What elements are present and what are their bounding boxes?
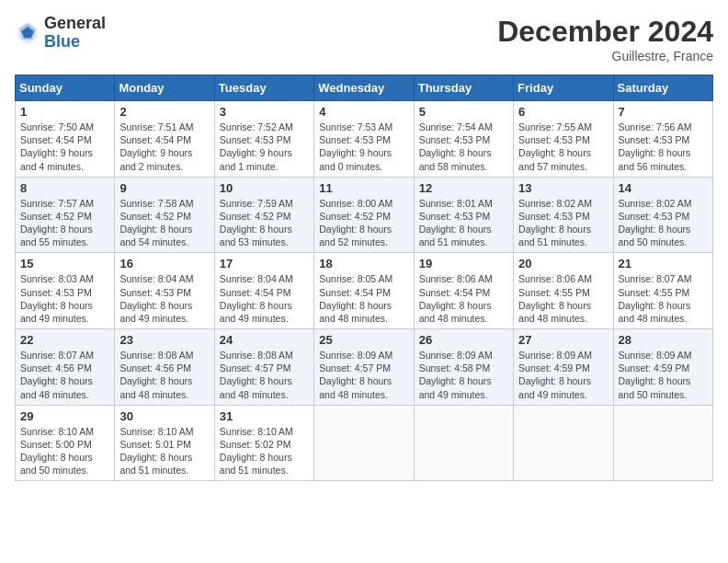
day-info: Sunrise: 8:08 AM Sunset: 4:57 PM Dayligh… [220, 349, 309, 401]
calendar-cell: 2Sunrise: 7:51 AM Sunset: 4:54 PM Daylig… [115, 101, 214, 178]
day-info: Sunrise: 8:10 AM Sunset: 5:00 PM Dayligh… [20, 425, 109, 477]
calendar-cell: 19Sunrise: 8:06 AM Sunset: 4:54 PM Dayli… [414, 253, 513, 329]
calendar-cell: 18Sunrise: 8:05 AM Sunset: 4:54 PM Dayli… [314, 253, 414, 329]
calendar-cell: 22Sunrise: 8:07 AM Sunset: 4:56 PM Dayli… [16, 329, 115, 406]
calendar-cell: 3Sunrise: 7:52 AM Sunset: 4:53 PM Daylig… [214, 101, 313, 178]
calendar-day-header: Sunday [16, 75, 115, 101]
day-number: 18 [319, 257, 408, 270]
day-info: Sunrise: 7:55 AM Sunset: 4:53 PM Dayligh… [518, 121, 608, 173]
calendar-cell [314, 405, 414, 481]
day-number: 17 [220, 257, 309, 270]
day-number: 21 [619, 257, 708, 270]
calendar-cell: 17Sunrise: 8:04 AM Sunset: 4:54 PM Dayli… [214, 253, 313, 329]
calendar-cell: 6Sunrise: 7:55 AM Sunset: 4:53 PM Daylig… [514, 101, 613, 178]
day-number: 23 [119, 333, 209, 347]
location-subtitle: Guillestre, France [497, 49, 713, 63]
calendar-day-header: Friday [514, 75, 613, 101]
day-number: 5 [419, 105, 508, 119]
day-info: Sunrise: 8:07 AM Sunset: 4:55 PM Dayligh… [619, 272, 708, 325]
day-info: Sunrise: 8:01 AM Sunset: 4:53 PM Dayligh… [419, 197, 508, 249]
calendar-cell: 12Sunrise: 8:01 AM Sunset: 4:53 PM Dayli… [414, 177, 513, 253]
day-info: Sunrise: 8:09 AM Sunset: 4:59 PM Dayligh… [619, 349, 708, 401]
day-info: Sunrise: 8:10 AM Sunset: 5:02 PM Dayligh… [220, 425, 309, 477]
calendar-cell: 28Sunrise: 8:09 AM Sunset: 4:59 PM Dayli… [613, 329, 712, 406]
day-info: Sunrise: 8:06 AM Sunset: 4:54 PM Dayligh… [419, 272, 508, 325]
day-info: Sunrise: 8:00 AM Sunset: 4:52 PM Dayligh… [319, 197, 408, 249]
calendar-week-row: 22Sunrise: 8:07 AM Sunset: 4:56 PM Dayli… [16, 329, 713, 406]
day-number: 10 [220, 181, 309, 195]
day-info: Sunrise: 7:51 AM Sunset: 4:54 PM Dayligh… [119, 121, 209, 173]
day-number: 7 [619, 105, 708, 119]
day-info: Sunrise: 8:04 AM Sunset: 4:54 PM Dayligh… [220, 272, 309, 325]
calendar-week-row: 29Sunrise: 8:10 AM Sunset: 5:00 PM Dayli… [16, 405, 713, 481]
day-info: Sunrise: 7:53 AM Sunset: 4:53 PM Dayligh… [319, 121, 408, 173]
day-number: 3 [220, 105, 309, 119]
day-info: Sunrise: 8:09 AM Sunset: 4:59 PM Dayligh… [518, 349, 608, 401]
day-number: 14 [619, 181, 708, 195]
calendar-cell: 15Sunrise: 8:03 AM Sunset: 4:53 PM Dayli… [16, 253, 115, 329]
day-number: 15 [20, 257, 109, 270]
calendar-cell [613, 405, 712, 481]
calendar-cell: 30Sunrise: 8:10 AM Sunset: 5:01 PM Dayli… [115, 405, 214, 481]
day-number: 30 [119, 409, 209, 423]
calendar-week-row: 8Sunrise: 7:57 AM Sunset: 4:52 PM Daylig… [16, 177, 713, 253]
calendar-cell: 24Sunrise: 8:08 AM Sunset: 4:57 PM Dayli… [214, 329, 313, 406]
calendar-day-header: Wednesday [314, 75, 414, 101]
day-number: 28 [619, 333, 708, 347]
calendar-cell: 14Sunrise: 8:02 AM Sunset: 4:53 PM Dayli… [613, 177, 712, 253]
day-number: 20 [518, 257, 608, 270]
calendar-cell: 7Sunrise: 7:56 AM Sunset: 4:53 PM Daylig… [613, 101, 712, 178]
day-info: Sunrise: 8:02 AM Sunset: 4:53 PM Dayligh… [518, 197, 608, 249]
calendar-cell: 20Sunrise: 8:06 AM Sunset: 4:55 PM Dayli… [514, 253, 613, 329]
day-number: 24 [220, 333, 309, 347]
calendar-cell: 10Sunrise: 7:59 AM Sunset: 4:52 PM Dayli… [214, 177, 313, 253]
calendar-cell: 13Sunrise: 8:02 AM Sunset: 4:53 PM Dayli… [514, 177, 613, 253]
day-number: 12 [419, 181, 508, 195]
calendar-cell: 23Sunrise: 8:08 AM Sunset: 4:56 PM Dayli… [115, 329, 214, 406]
day-info: Sunrise: 7:59 AM Sunset: 4:52 PM Dayligh… [220, 197, 309, 249]
day-info: Sunrise: 7:57 AM Sunset: 4:52 PM Dayligh… [20, 197, 109, 249]
title-section: December 2024 Guillestre, France [497, 15, 713, 63]
day-info: Sunrise: 8:09 AM Sunset: 4:57 PM Dayligh… [319, 349, 408, 401]
logo: General Blue [15, 15, 106, 52]
calendar-header-row: SundayMondayTuesdayWednesdayThursdayFrid… [16, 75, 713, 101]
calendar-day-header: Thursday [414, 75, 513, 101]
day-number: 11 [319, 181, 408, 195]
calendar-table: SundayMondayTuesdayWednesdayThursdayFrid… [15, 75, 713, 481]
calendar-cell: 29Sunrise: 8:10 AM Sunset: 5:00 PM Dayli… [16, 405, 115, 481]
day-number: 1 [20, 105, 109, 119]
calendar-week-row: 15Sunrise: 8:03 AM Sunset: 4:53 PM Dayli… [16, 253, 713, 329]
calendar-cell: 16Sunrise: 8:04 AM Sunset: 4:53 PM Dayli… [115, 253, 214, 329]
day-number: 9 [119, 181, 209, 195]
day-number: 13 [518, 181, 608, 195]
day-number: 2 [119, 105, 209, 119]
calendar-cell: 11Sunrise: 8:00 AM Sunset: 4:52 PM Dayli… [314, 177, 414, 253]
day-info: Sunrise: 8:02 AM Sunset: 4:53 PM Dayligh… [619, 197, 708, 249]
calendar-cell: 21Sunrise: 8:07 AM Sunset: 4:55 PM Dayli… [613, 253, 712, 329]
day-number: 16 [119, 257, 209, 270]
day-number: 8 [20, 181, 109, 195]
day-number: 4 [319, 105, 408, 119]
calendar-cell: 25Sunrise: 8:09 AM Sunset: 4:57 PM Dayli… [314, 329, 414, 406]
logo-general-text: General [44, 15, 106, 33]
page-header: General Blue December 2024 Guillestre, F… [15, 15, 713, 63]
day-number: 26 [419, 333, 508, 347]
day-info: Sunrise: 8:06 AM Sunset: 4:55 PM Dayligh… [518, 272, 608, 325]
calendar-cell: 4Sunrise: 7:53 AM Sunset: 4:53 PM Daylig… [314, 101, 414, 178]
day-info: Sunrise: 8:09 AM Sunset: 4:58 PM Dayligh… [419, 349, 508, 401]
calendar-cell: 26Sunrise: 8:09 AM Sunset: 4:58 PM Dayli… [414, 329, 513, 406]
day-info: Sunrise: 7:56 AM Sunset: 4:53 PM Dayligh… [619, 121, 708, 173]
calendar-cell: 5Sunrise: 7:54 AM Sunset: 4:53 PM Daylig… [414, 101, 513, 178]
logo-text: General Blue [44, 15, 106, 52]
day-number: 19 [419, 257, 508, 270]
calendar-cell: 31Sunrise: 8:10 AM Sunset: 5:02 PM Dayli… [214, 405, 313, 481]
calendar-day-header: Tuesday [214, 75, 313, 101]
day-number: 27 [518, 333, 608, 347]
day-info: Sunrise: 8:04 AM Sunset: 4:53 PM Dayligh… [119, 272, 209, 325]
day-number: 25 [319, 333, 408, 347]
day-info: Sunrise: 8:05 AM Sunset: 4:54 PM Dayligh… [319, 272, 408, 325]
calendar-cell: 1Sunrise: 7:50 AM Sunset: 4:54 PM Daylig… [16, 101, 115, 178]
calendar-week-row: 1Sunrise: 7:50 AM Sunset: 4:54 PM Daylig… [16, 101, 713, 178]
calendar-cell [514, 405, 613, 481]
day-number: 6 [518, 105, 608, 119]
